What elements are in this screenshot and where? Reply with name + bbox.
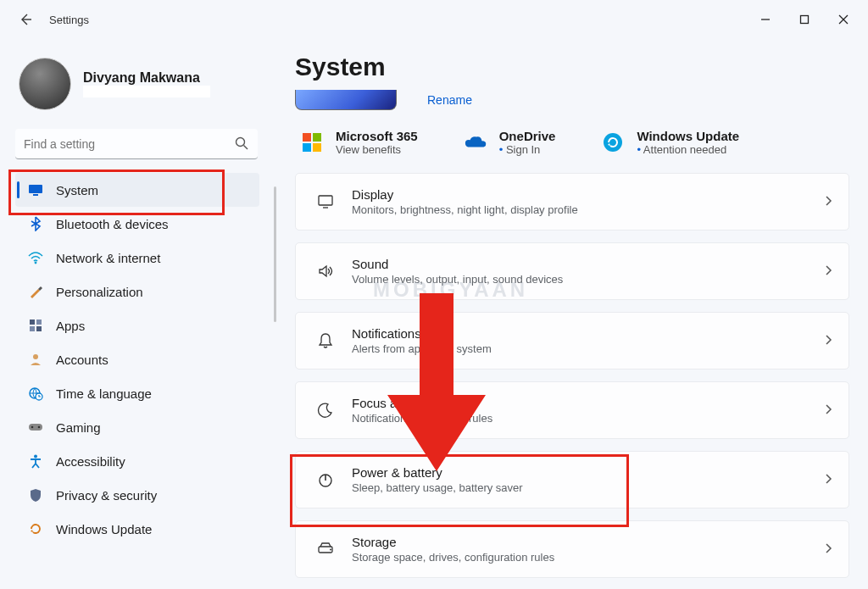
sidebar-item-accessibility[interactable]: Accessibility: [15, 444, 259, 478]
card-title: Power & battery: [352, 465, 523, 480]
drive-icon: [311, 540, 340, 558]
svg-point-9: [33, 354, 38, 359]
bell-icon: [311, 331, 340, 350]
promo-sub: Sign In: [499, 143, 556, 156]
sidebar-item-bluetooth[interactable]: Bluetooth & devices: [15, 207, 259, 241]
page-title: System: [295, 53, 849, 81]
promo-title: OneDrive: [499, 129, 556, 143]
promo-title: Microsoft 365: [336, 129, 418, 143]
moon-icon: [311, 401, 340, 420]
svg-point-1: [236, 138, 245, 147]
svg-rect-2: [29, 185, 42, 193]
globe-clock-icon: [27, 385, 44, 402]
apps-icon: [27, 317, 44, 334]
card-sub: Sleep, battery usage, battery saver: [352, 481, 523, 494]
card-sub: Volume levels, output, input, sound devi…: [352, 273, 563, 286]
card-focus-assist[interactable]: Focus assist Notifications, automatic ru…: [295, 381, 849, 439]
chevron-right-icon: [823, 542, 833, 557]
onedrive-icon: [464, 131, 487, 154]
user-sub: [83, 86, 210, 97]
card-notifications[interactable]: Notifications Alerts from apps and syste…: [295, 312, 849, 370]
card-sub: Storage space, drives, configuration rul…: [352, 551, 554, 564]
shield-icon: [27, 486, 44, 503]
promo-row: Microsoft 365 View benefits OneDrive Sig…: [295, 122, 849, 173]
sidebar-item-accounts[interactable]: Accounts: [15, 342, 259, 376]
svg-point-4: [35, 262, 37, 264]
search-icon: [234, 136, 249, 154]
sidebar-item-label: Accounts: [56, 353, 108, 367]
card-power-battery[interactable]: Power & battery Sleep, battery usage, ba…: [295, 451, 849, 508]
chevron-right-icon: [823, 264, 833, 279]
sidebar-item-privacy[interactable]: Privacy & security: [15, 478, 259, 512]
windows-update-icon: [601, 131, 625, 154]
svg-rect-0: [801, 16, 809, 24]
svg-rect-18: [303, 143, 311, 152]
card-title: Storage: [352, 535, 554, 549]
titlebar: Settings: [0, 0, 868, 39]
close-button[interactable]: [824, 3, 863, 36]
sidebar-item-apps[interactable]: Apps: [15, 308, 259, 342]
rename-link[interactable]: Rename: [427, 93, 472, 110]
svg-point-20: [604, 133, 622, 152]
device-thumbnail: [295, 90, 397, 110]
svg-point-24: [330, 549, 331, 551]
card-sub: Alerts from apps and system: [352, 342, 492, 355]
settings-list: Display Monitors, brightness, night ligh…: [295, 173, 849, 578]
main-content: System Rename Microsoft 365 View benefit…: [271, 39, 868, 589]
close-icon: [838, 14, 849, 25]
card-title: Focus assist: [352, 396, 492, 410]
sidebar-item-personalization[interactable]: Personalization: [15, 275, 259, 308]
card-sub: Monitors, brightness, night light, displ…: [352, 203, 578, 216]
card-title: Notifications: [352, 326, 492, 341]
sidebar-item-windows-update[interactable]: Windows Update: [15, 512, 259, 546]
sidebar-item-time-language[interactable]: Time & language: [15, 376, 259, 410]
maximize-icon: [799, 14, 810, 25]
power-icon: [311, 470, 340, 489]
wifi-icon: [27, 249, 44, 266]
bluetooth-icon: [27, 215, 44, 232]
card-display[interactable]: Display Monitors, brightness, night ligh…: [295, 173, 849, 231]
brush-icon: [27, 283, 44, 300]
sound-icon: [311, 262, 340, 281]
accessibility-icon: [27, 453, 44, 470]
minimize-button[interactable]: [746, 3, 785, 36]
device-preview-row: Rename: [295, 90, 849, 110]
svg-rect-19: [313, 143, 321, 152]
sidebar-item-label: Bluetooth & devices: [56, 217, 169, 231]
gamepad-icon: [27, 419, 44, 436]
sidebar-item-label: Time & language: [56, 386, 152, 401]
sidebar-item-label: Gaming: [56, 420, 101, 435]
chevron-right-icon: [823, 403, 833, 418]
card-storage[interactable]: Storage Storage space, drives, configura…: [295, 520, 849, 578]
promo-sub: Attention needed: [637, 143, 739, 156]
user-block[interactable]: Divyang Makwana: [19, 58, 263, 110]
promo-ms365[interactable]: Microsoft 365 View benefits: [300, 129, 418, 156]
svg-rect-12: [29, 424, 42, 431]
sidebar-item-label: Personalization: [56, 285, 143, 299]
card-sound[interactable]: Sound Volume levels, output, input, soun…: [295, 242, 849, 300]
search-field[interactable]: [15, 129, 258, 159]
monitor-icon: [27, 181, 44, 198]
search-input[interactable]: [15, 129, 258, 159]
sidebar: Divyang Makwana System Bluetooth & devic…: [0, 39, 271, 589]
window-controls: [746, 3, 863, 36]
svg-point-15: [34, 455, 37, 458]
sidebar-item-network[interactable]: Network & internet: [15, 241, 259, 275]
promo-windows-update[interactable]: Windows Update Attention needed: [601, 129, 739, 156]
app-title: Settings: [49, 14, 89, 26]
svg-point-13: [31, 426, 34, 429]
promo-sub: View benefits: [336, 143, 418, 156]
sidebar-item-gaming[interactable]: Gaming: [15, 410, 259, 444]
avatar: [19, 58, 71, 110]
svg-rect-8: [36, 326, 42, 331]
chevron-right-icon: [823, 333, 833, 348]
sidebar-item-system[interactable]: System: [15, 173, 259, 207]
svg-rect-16: [303, 133, 311, 142]
svg-rect-17: [313, 133, 321, 142]
maximize-button[interactable]: [785, 3, 824, 36]
promo-onedrive[interactable]: OneDrive Sign In: [464, 129, 556, 156]
chevron-right-icon: [823, 194, 833, 209]
update-icon: [27, 520, 44, 537]
card-sub: Notifications, automatic rules: [352, 412, 492, 425]
back-button[interactable]: [17, 11, 34, 28]
